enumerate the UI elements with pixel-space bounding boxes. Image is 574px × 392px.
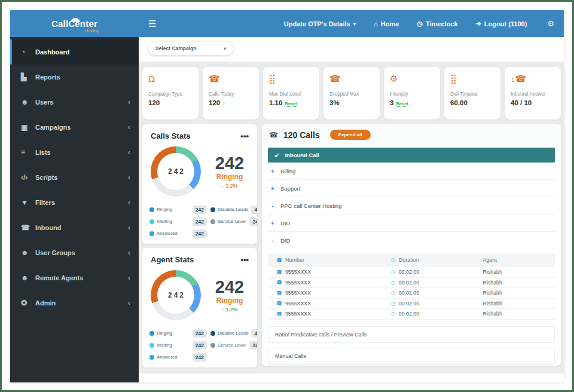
sidebar-item-label: Dashboard	[35, 48, 130, 56]
sidebar-item-remote-agents[interactable]: ☻ Remote Agents ‹	[10, 265, 139, 290]
donut-center-value: 242	[168, 291, 185, 299]
settings-gears-icon[interactable]: ⚙	[547, 19, 554, 28]
agent-legend: Ringing242 Waiting242 Answered242 Dialab…	[142, 320, 257, 362]
sidebar-item-admin[interactable]: ✪ Admin ‹	[10, 290, 139, 316]
legend-value: 242	[193, 206, 207, 214]
phone-icon: ☎	[21, 223, 35, 232]
table-row[interactable]: ☎9555XXXX ◷00.02.00 Rishabh	[268, 288, 555, 299]
legend-value: 42	[251, 206, 257, 214]
legend-label: Service Level	[218, 219, 247, 224]
sidebar-item-dashboard[interactable]: ◔ Dashboard	[10, 39, 139, 65]
stat-card-campaign-type[interactable]: Ω Campaign Type 120	[142, 67, 199, 120]
stat-card-inbound-answer[interactable]: ↓☎ Inbound Answer 40 / 10	[505, 67, 561, 120]
sidebar-item-reports[interactable]: ▙ Reports	[10, 65, 139, 90]
agent-stats-title: Agent Stats	[151, 255, 194, 264]
stat-card-calls-today[interactable]: ☎ Calls Today 120↑	[203, 67, 259, 120]
list-icon: ≡	[21, 148, 35, 157]
stat-card-intensity[interactable]: ⚙ Intensity 3Reset	[384, 67, 440, 120]
dashboard-workspace: Ω Campaign Type 120 ☎ Calls Today 120↑ ⣿…	[139, 62, 564, 373]
expand-toggle-icon[interactable]: +	[270, 220, 275, 226]
collapse-toggle-icon[interactable]: -	[270, 203, 275, 209]
call-groups: +Billing +Support -PPC call Center Hosti…	[268, 163, 555, 249]
call-duration: 00.02.00	[399, 311, 419, 317]
sidebar-item-label: Filters	[35, 199, 128, 206]
sidebar-item-users[interactable]: ☻ Users ‹	[10, 90, 139, 115]
legend-value: 242	[193, 353, 207, 362]
chevron-icon: ‹	[128, 198, 130, 207]
legend-dot	[210, 343, 215, 348]
logout-link[interactable]: ➔ Logout (1100)	[476, 20, 527, 27]
menu-toggle-icon[interactable]: ☰	[148, 19, 156, 29]
group-row-ppc[interactable]: -PPC call Center Hosting	[268, 197, 555, 215]
sidebar-item-scripts[interactable]: ‹/› Scripts ‹	[10, 165, 139, 190]
app-logo[interactable]: ☁ CallCenter Hosting	[10, 10, 139, 37]
calls-stats-card: Calls Stats ••• 242 242 Ringing	[142, 124, 257, 244]
table-row[interactable]: ☎9555XXXX ◷00.02.00 Rishabh	[268, 309, 555, 320]
group-row-did-1[interactable]: +DID	[268, 215, 555, 232]
logout-icon: ➔	[476, 20, 481, 27]
call-number: 9555XXXX	[285, 301, 311, 307]
phone-ringing-icon: ☎	[209, 74, 253, 85]
expand-toggle-icon[interactable]: +	[270, 168, 275, 174]
group-row-billing[interactable]: +Billing	[268, 163, 555, 180]
group-row-support[interactable]: +Support	[268, 180, 555, 197]
group-row-did-2[interactable]: -DID	[268, 232, 555, 249]
sidebar-item-label: Admin	[35, 299, 128, 307]
page-frame: ☁ CallCenter Hosting ◔ Dashboard ▙ Repor…	[0, 0, 574, 392]
stat-cards-row: Ω Campaign Type 120 ☎ Calls Today 120↑ ⣿…	[142, 67, 561, 120]
chevron-icon: ‹	[128, 98, 130, 106]
clock-icon: ◷	[391, 280, 396, 286]
calls-legend: Ringing242 Waiting242 Answered242 Dialab…	[142, 197, 257, 238]
stat-label: Dial Timeout	[450, 91, 494, 97]
call-agent: Rishabh	[483, 269, 502, 275]
collapse-toggle-icon[interactable]: -	[270, 237, 275, 244]
select-campaign-dropdown[interactable]: Select Campaign ▾	[148, 42, 233, 55]
reset-link[interactable]: Reset	[396, 101, 408, 107]
table-row[interactable]: ☎9555XXXX ◷00.02.00 Rishabh	[268, 299, 555, 310]
manual-calls-section[interactable]: Manual Calls	[268, 348, 555, 365]
update-otp-menu[interactable]: Update OTP's Details ▾	[284, 20, 356, 27]
timeclock-link[interactable]: ◷ Timeclock	[417, 20, 457, 27]
sidebar: ☁ CallCenter Hosting ◔ Dashboard ▙ Repor…	[10, 10, 139, 382]
sidebar-item-label: Remote Agents	[35, 274, 128, 281]
caret-down-icon: ▾	[353, 21, 356, 27]
sidebar-nav: ◔ Dashboard ▙ Reports ☻ Users ‹ ▣ Campai…	[10, 37, 139, 382]
home-link[interactable]: ⌂ Home	[374, 20, 399, 27]
sidebar-item-campaigns[interactable]: ▣ Campaigns ‹	[10, 115, 139, 140]
inbound-call-header[interactable]: ↙ Inbound Call	[268, 148, 555, 163]
group-label: DID	[280, 220, 290, 226]
highlight-label: Ringing	[209, 296, 250, 305]
legend-value: 242	[249, 341, 257, 350]
logout-label: Logout (1100)	[484, 20, 527, 27]
inbound-phone-icon: ↓☎	[511, 74, 555, 85]
sidebar-item-filters[interactable]: ▼ Filters ‹	[10, 190, 139, 215]
highlight-value: 242	[209, 278, 250, 295]
lock-icon: ✪	[21, 299, 35, 307]
call-duration: 00.02.00	[399, 269, 419, 275]
logo-title: CallCenter	[51, 20, 97, 28]
table-row[interactable]: ☎9555XXXX ◷00.02.00 Rishabh	[268, 267, 555, 278]
legend-value: 42	[251, 329, 257, 338]
legend-item: Waiting242	[149, 340, 207, 350]
calls-panel: ☎ 120 Calls Expend all ↙ Inbound Call +B…	[262, 124, 561, 366]
sidebar-item-inbound[interactable]: ☎ Inbound ‹	[10, 215, 139, 240]
ratio-predictive-section[interactable]: Ratio/ Predicative calls / Preview Calls	[268, 326, 555, 343]
sidebar-item-user-groups[interactable]: ☻ User Groups ‹	[10, 240, 139, 265]
sidebar-item-lists[interactable]: ≡ Lists ‹	[10, 140, 139, 165]
more-options-icon[interactable]: •••	[240, 258, 249, 262]
reset-link[interactable]: Reset	[285, 101, 297, 107]
stat-card-dropped-max[interactable]: ☎ Dropped Max 3%	[323, 67, 380, 120]
clock-icon: ◷	[391, 257, 396, 263]
content-area: Select Campaign ▾ Ω Campaign Type 120 ☎ …	[139, 37, 564, 382]
stat-card-max-dial-level[interactable]: ⣿ Max Dial Level 1.10Reset	[263, 67, 319, 120]
topbar-nav: Update OTP's Details ▾ ⌂ Home ◷ Timecloc…	[284, 19, 554, 28]
stat-value: 60.00	[450, 99, 468, 106]
stat-card-dial-timeout[interactable]: ⣿ Dial Timeout 60.00	[444, 67, 500, 120]
expand-toggle-icon[interactable]: +	[270, 185, 275, 192]
donut-center-value: 242	[168, 167, 185, 176]
more-options-icon[interactable]: •••	[240, 134, 249, 138]
table-row[interactable]: ☎9555XXXX ◷00.02.00 Rishabh	[268, 278, 555, 289]
expand-all-button[interactable]: Expend all	[330, 130, 371, 140]
calls-panel-header: ☎ 120 Calls Expend all	[262, 124, 561, 145]
clock-icon: ◷	[391, 311, 396, 317]
